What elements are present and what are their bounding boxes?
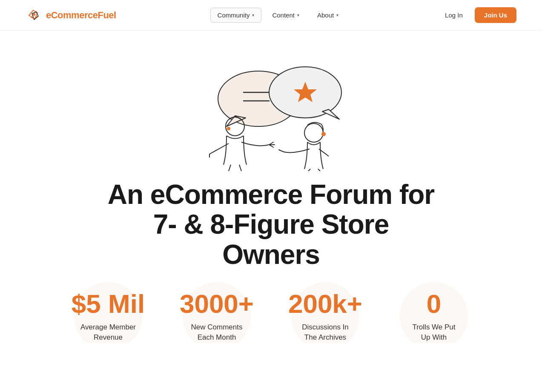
logo[interactable]: eCommerceFuel	[26, 7, 116, 24]
svg-point-8	[304, 123, 323, 142]
join-button[interactable]: Join Us	[475, 7, 516, 23]
chevron-down-icon: ▾	[252, 13, 254, 17]
stat-label-discussions: Discussions InThe Archives	[302, 322, 349, 343]
svg-point-0	[33, 13, 35, 16]
stat-value-comments: 3000+	[180, 291, 254, 317]
nav-links: Community ▾ Content ▾ About ▾	[210, 8, 346, 23]
stats-row: $5 Mil Average MemberRevenue 3000+ New C…	[37, 291, 505, 343]
stat-label-comments: New CommentsEach Month	[191, 322, 243, 343]
hero-illustration	[161, 43, 382, 171]
stat-label-revenue: Average MemberRevenue	[80, 322, 136, 343]
login-button[interactable]: Log In	[440, 8, 468, 22]
svg-point-7	[227, 127, 230, 130]
stat-discussions: 200k+ Discussions InThe Archives	[271, 291, 380, 343]
chevron-down-icon: ▾	[336, 13, 338, 17]
stat-value-discussions: 200k+	[288, 291, 362, 317]
stat-value-revenue: $5 Mil	[72, 291, 145, 317]
nav-item-community[interactable]: Community ▾	[210, 8, 262, 23]
stat-label-trolls: Trolls We PutUp With	[412, 322, 455, 343]
chevron-down-icon: ▾	[297, 13, 299, 17]
logo-icon	[26, 7, 43, 24]
svg-point-9	[321, 132, 326, 136]
nav-item-about[interactable]: About ▾	[310, 8, 346, 23]
conversation-illustration	[161, 43, 382, 171]
nav-item-content[interactable]: Content ▾	[265, 8, 307, 23]
hero-heading: An eCommerce Forum for 7- & 8-Figure Sto…	[105, 180, 437, 269]
nav-actions: Log In Join Us	[440, 7, 516, 23]
navbar: eCommerceFuel Community ▾ Content ▾ Abou…	[0, 0, 542, 31]
stat-revenue: $5 Mil Average MemberRevenue	[54, 291, 163, 343]
stat-trolls: 0 Trolls We PutUp With	[380, 291, 488, 343]
stat-value-trolls: 0	[427, 291, 441, 317]
logo-text: eCommerceFuel	[46, 10, 116, 21]
stat-comments: 3000+ New CommentsEach Month	[163, 291, 271, 343]
hero-section: An eCommerce Forum for 7- & 8-Figure Sto…	[0, 31, 542, 343]
